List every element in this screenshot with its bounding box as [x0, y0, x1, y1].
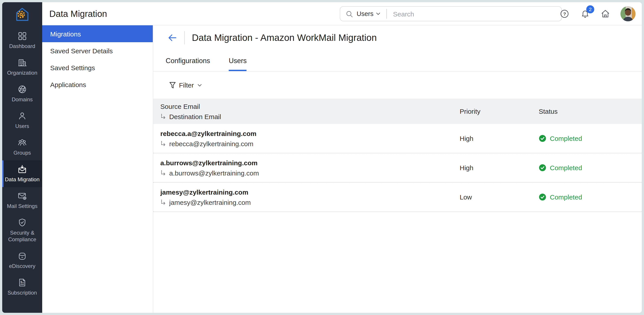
- admin-console: Dashboard Organization Domains: [2, 2, 642, 313]
- destination-email: a.burrows@zylkertraining.com: [169, 169, 259, 176]
- sidebar-item-groups[interactable]: Groups: [2, 134, 42, 160]
- search-scope-label: Users: [357, 10, 374, 17]
- search-input[interactable]: [393, 10, 556, 18]
- priority-value: High: [460, 164, 539, 172]
- svg-text:?: ?: [563, 11, 566, 16]
- sidebar-item-dashboard[interactable]: Dashboard: [2, 27, 42, 54]
- screenshot-frame: Dashboard Organization Domains: [0, 0, 644, 315]
- sidebar-item-ediscovery[interactable]: eDiscovery: [2, 247, 42, 274]
- module-title: Data Migration: [49, 2, 107, 25]
- priority-value: Low: [460, 193, 539, 201]
- status-label: Completed: [550, 193, 582, 201]
- sidebar-item-label: eDiscovery: [9, 263, 36, 270]
- source-email: a.burrows@zylkertraining.com: [160, 159, 460, 166]
- sidebar-item-security-compliance[interactable]: Security & Compliance: [2, 214, 42, 247]
- subnav-item-label: Saved Settings: [50, 64, 95, 71]
- subscription-icon: $: [17, 278, 27, 288]
- search-scope-selector[interactable]: Users: [357, 10, 380, 17]
- status-label: Completed: [550, 134, 582, 142]
- sidebar-item-mail-settings[interactable]: Mail Settings: [2, 187, 42, 214]
- data-migration-icon: [17, 164, 27, 174]
- mail-settings-icon: [17, 191, 27, 201]
- tab-label: Configurations: [166, 57, 210, 65]
- destination-email: jamesy@zylkertraining.com: [169, 198, 251, 206]
- column-header-source-email: Source Email: [160, 102, 460, 110]
- search-divider: [386, 9, 387, 19]
- source-email: jamesy@zylkertraining.com: [160, 188, 460, 196]
- destination-arrow-icon: [160, 140, 166, 146]
- sidebar-item-label: Security & Compliance: [4, 230, 41, 243]
- subnav-item-saved-settings[interactable]: Saved Settings: [42, 59, 153, 76]
- dashboard-icon: [17, 31, 27, 41]
- table-row[interactable]: jamesy@zylkertraining.com jamesy@zylkert…: [153, 182, 642, 212]
- subnav-item-applications[interactable]: Applications: [42, 76, 153, 93]
- status-label: Completed: [550, 164, 582, 172]
- app-logo[interactable]: [2, 2, 42, 27]
- column-header-destination-email: Destination Email: [169, 113, 221, 120]
- filter-chevron-icon[interactable]: [198, 84, 202, 86]
- global-search[interactable]: Users: [340, 6, 562, 21]
- table-row[interactable]: a.burrows@zylkertraining.com a.burrows@z…: [153, 153, 642, 182]
- title-divider: [184, 31, 185, 44]
- destination-arrow-icon: [160, 114, 166, 119]
- top-header: Data Migration Users ?: [42, 2, 642, 25]
- tab-label: Users: [229, 57, 247, 65]
- source-email: rebecca.a@zylkertraining.com: [160, 130, 460, 137]
- groups-icon: [17, 138, 27, 148]
- sidebar-item-label: Dashboard: [9, 43, 35, 50]
- main-content: Data Migration - Amazon WorkMail Migrati…: [153, 25, 642, 313]
- column-header-priority: Priority: [460, 108, 539, 115]
- page-title: Data Migration - Amazon WorkMail Migrati…: [192, 32, 377, 43]
- sidebar-item-users[interactable]: Users: [2, 107, 42, 134]
- subnav-item-migrations[interactable]: Migrations: [42, 25, 153, 42]
- destination-arrow-icon: [160, 170, 166, 176]
- header-actions: ? 2: [559, 2, 636, 25]
- home-button[interactable]: [600, 8, 611, 19]
- notifications-button[interactable]: 2: [580, 8, 590, 19]
- help-icon: ?: [560, 9, 570, 19]
- sidebar-item-label: Domains: [12, 96, 33, 103]
- destination-email: rebecca@zylkertraining.com: [169, 140, 254, 147]
- table-row[interactable]: rebecca.a@zylkertraining.com rebecca@zyl…: [153, 124, 642, 153]
- subnav-item-label: Migrations: [50, 30, 81, 38]
- migration-tabs: Configurations Users: [153, 50, 642, 72]
- sidebar-item-label: Data Migration: [5, 176, 40, 183]
- tab-configurations[interactable]: Configurations: [166, 50, 210, 71]
- organization-icon: [17, 58, 27, 68]
- search-icon: [346, 10, 353, 18]
- completed-check-icon: [539, 193, 546, 201]
- chevron-down-icon: [376, 12, 380, 15]
- user-avatar[interactable]: [620, 6, 636, 21]
- completed-check-icon: [539, 164, 546, 172]
- column-header-status: Status: [539, 108, 642, 115]
- sidebar-item-organization[interactable]: Organization: [2, 54, 42, 80]
- subnav-item-label: Applications: [50, 81, 86, 88]
- sidebar-item-label: Subscription: [8, 290, 37, 296]
- home-icon: [600, 9, 610, 19]
- help-button[interactable]: ?: [559, 8, 570, 19]
- data-migration-subnav: Migrations Saved Server Details Saved Se…: [42, 25, 153, 313]
- table-header: Source Email Destination Email Priority …: [153, 99, 642, 124]
- primary-sidebar: Dashboard Organization Domains: [2, 2, 42, 313]
- filter-funnel-icon: [169, 82, 176, 89]
- filter-button[interactable]: Filter: [179, 81, 194, 89]
- zoho-mail-admin-logo-icon: [14, 6, 31, 23]
- back-button[interactable]: [166, 32, 178, 44]
- sidebar-item-label: Mail Settings: [7, 203, 37, 210]
- sidebar-item-data-migration[interactable]: Data Migration: [2, 160, 42, 187]
- subnav-item-saved-server-details[interactable]: Saved Server Details: [42, 42, 153, 59]
- priority-value: High: [460, 134, 539, 142]
- sidebar-item-domains[interactable]: Domains: [2, 80, 42, 107]
- tab-users[interactable]: Users: [229, 50, 247, 71]
- filter-bar: Filter: [153, 72, 642, 99]
- notification-count-badge: 2: [586, 5, 594, 13]
- ediscovery-icon: [17, 251, 27, 261]
- users-icon: [17, 111, 27, 121]
- sidebar-item-label: Groups: [14, 150, 31, 156]
- subnav-item-label: Saved Server Details: [50, 47, 113, 54]
- sidebar-item-subscription[interactable]: $ Subscription: [2, 274, 42, 300]
- back-arrow-icon: [167, 32, 178, 43]
- page-header: Data Migration - Amazon WorkMail Migrati…: [153, 25, 642, 50]
- sidebar-item-label: Organization: [7, 70, 37, 76]
- domains-icon: [17, 84, 27, 94]
